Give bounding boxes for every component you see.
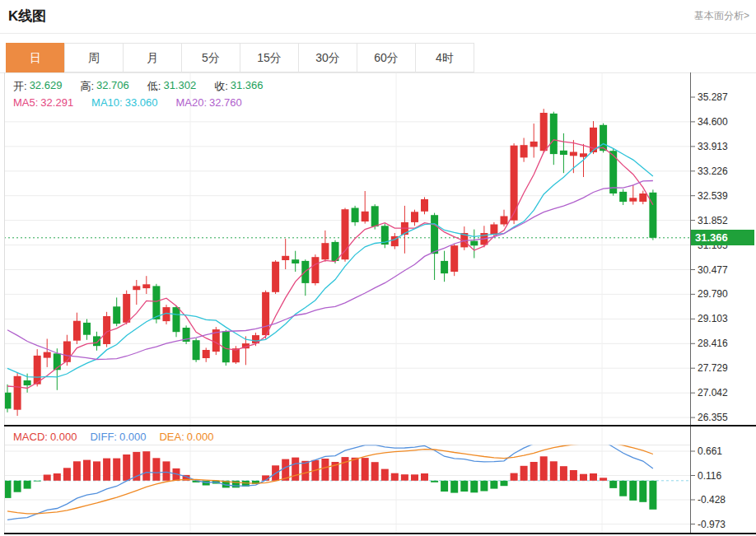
axis-tick-label: 35.287 [698,91,728,103]
macd-readout: MACD:0.000DIFF:0.000DEA:0.000 [13,431,213,443]
axis-tick-label: 0.661 [698,445,722,457]
axis-tick-label: 33.226 [698,165,728,177]
axis-tick-label: 34.600 [698,116,728,128]
readout-item: MA5:32.291 [13,96,73,109]
ma-readout: MA5:32.291MA10:33.060MA20:32.760 [13,96,242,109]
axis-tick-label: 28.416 [698,338,728,349]
axis-tick-label: 27.729 [698,362,728,374]
axis-tick-label: 30.477 [698,264,728,276]
axis-tick-label: 29.103 [698,313,728,324]
axis-tick-label: 31.852 [698,215,728,226]
axis-tick-label: 0.116 [698,470,721,482]
current-price-badge: 31.366 [691,230,754,245]
axis-tick-label: 27.042 [698,387,728,399]
axis-tick-label: 29.790 [698,288,728,300]
axis-tick-label: 33.913 [698,141,728,152]
ohlc-readout: 开:32.629高:32.706低:31.302收:31.366 [13,79,264,94]
axis-tick-label: -0.428 [698,494,726,506]
axis-tick-label: 32.539 [698,190,728,202]
readout-item: MA20:32.760 [175,96,241,109]
readout-item: 高:32.706 [80,79,128,94]
readout-item: MA10:33.060 [91,96,157,109]
readout-item: MACD:0.000 [13,431,77,443]
readout-item: 低:31.302 [147,79,196,94]
axis-tick-label: -0.973 [698,519,726,530]
readout-item: 收:31.366 [214,79,263,94]
readout-item: DIFF:0.000 [90,431,146,443]
readout-item: DEA:0.000 [159,431,213,443]
readout-item: 开:32.629 [13,79,62,94]
axis-tick-label: 26.355 [698,412,728,423]
